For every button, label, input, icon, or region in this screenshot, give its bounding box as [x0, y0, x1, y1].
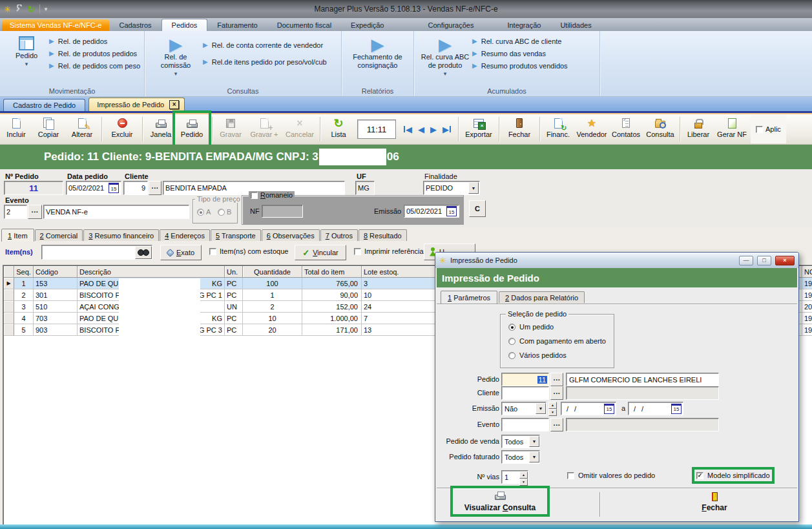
pedido-big-button[interactable]: Pedido ▾ — [4, 34, 49, 86]
prev-record-icon[interactable]: ◀ — [418, 125, 424, 134]
vias-spinner[interactable]: ▲▼ — [519, 472, 528, 483]
evento-lookup-button[interactable]: ··· — [550, 418, 563, 431]
close-icon[interactable]: × — [775, 256, 795, 265]
calendar-icon[interactable]: 15 — [604, 404, 614, 414]
cancelar-button[interactable]: ×Cancelar — [282, 115, 318, 143]
chevron-down-icon[interactable]: ▼ — [468, 182, 479, 194]
aplic-checkbox[interactable] — [756, 126, 763, 133]
imprimir-referencia-checkbox[interactable] — [354, 248, 361, 255]
refresh-icon[interactable]: ↻ — [28, 5, 35, 14]
dialog-title-bar[interactable]: ✳ Impressão de Pedido — □ × — [435, 253, 798, 268]
item-search-input[interactable] — [41, 245, 152, 260]
excluir-button[interactable]: Excluir — [104, 115, 140, 143]
cliente-input[interactable] — [501, 386, 549, 400]
cliente-lookup-button[interactable]: ··· — [149, 181, 161, 195]
link-resumo-das-vendas[interactable]: ▶Resumo das vendas — [472, 50, 568, 57]
tab-sistema-vendas[interactable]: Sistema Vendas NF-e/NFC-e — [2, 19, 109, 31]
subtab-item[interactable]: 1 Item — [1, 229, 34, 242]
last-record-icon[interactable]: ▶ — [442, 125, 451, 134]
tipo-b-radio[interactable]: B — [218, 208, 231, 216]
maximize-icon[interactable]: □ — [757, 256, 771, 265]
exato-button[interactable]: Exato — [160, 245, 202, 260]
tab-cadastro-de-pedido[interactable]: Cadastro de Pedido — [3, 99, 85, 111]
varios-pedidos-radio[interactable]: Vários pedidos — [508, 351, 567, 359]
modelo-simplificado-checkbox[interactable]: ✓ — [696, 472, 703, 479]
exportar-button[interactable]: Exportar — [461, 115, 497, 143]
first-record-icon[interactable]: ◀ — [404, 125, 412, 134]
chevron-down-icon[interactable]: ▼ — [529, 451, 539, 462]
subtab-observacoes[interactable]: 6 Observações — [262, 229, 320, 241]
col-codigo[interactable]: Código — [34, 266, 78, 278]
emissao-spinner[interactable]: ▲▼ — [548, 402, 557, 415]
pedido-lookup-button[interactable]: ··· — [550, 373, 563, 386]
tab-cadastros[interactable]: Cadastros — [109, 19, 161, 31]
emissao-to-date[interactable]: / / 15 — [628, 402, 683, 415]
gravar-button[interactable]: Gravar — [214, 115, 247, 143]
minimize-icon[interactable]: — — [739, 256, 753, 265]
chevron-down-icon[interactable]: ▼ — [529, 436, 539, 447]
link-rel-de-pedidos-com-peso[interactable]: ▶Rel. de pedidos com peso — [49, 62, 140, 70]
tab-impressao-de-pedido[interactable]: Impressão de Pedido × — [88, 98, 185, 111]
link-rel-itens-pedido-peso[interactable]: ▶Rel.de itens pedido por peso/vol/cub — [203, 58, 327, 66]
lista-button[interactable]: ↻Lista — [322, 115, 355, 143]
link-rel-de-pedidos[interactable]: ▶Rel. de pedidos — [49, 37, 140, 45]
subtab-outros[interactable]: 7 Outros — [320, 229, 358, 241]
fechar-button[interactable]: Fechar — [501, 115, 537, 143]
tipo-a-radio[interactable]: A — [197, 208, 211, 216]
janela-button[interactable]: Janela — [145, 115, 177, 143]
tab-faturamento[interactable]: Faturamento — [207, 19, 267, 31]
cliente-lookup-button[interactable]: ··· — [550, 386, 563, 400]
copiar-button[interactable]: Copiar — [32, 115, 65, 143]
item-com-estoque-checkbox[interactable] — [209, 248, 216, 255]
tab-integracao[interactable]: Integração — [497, 19, 550, 31]
financ-button[interactable]: ↻Financ. — [542, 115, 574, 143]
evento-input[interactable] — [501, 418, 549, 431]
subtab-resultado[interactable]: 8 Resultado — [359, 229, 407, 241]
vendedor-button[interactable]: ★Vendedor — [574, 115, 609, 143]
tab-parametros[interactable]: 1 Parâmetros — [441, 291, 497, 304]
link-rel-curva-abc-cliente[interactable]: ▶Rel. curva ABC de cliente — [472, 37, 568, 45]
finalidade-select[interactable]: PEDIDO ▼ — [423, 181, 480, 195]
c-button[interactable]: C — [469, 200, 486, 217]
evento-lookup-button[interactable]: ··· — [28, 205, 42, 219]
emissao-mode-select[interactable]: Não ▼ — [501, 402, 547, 415]
pedido-number-input[interactable]: 11 — [501, 373, 549, 386]
pedido-faturado-select[interactable]: Todos ▼ — [501, 450, 540, 464]
app-asterisk-icon[interactable]: ✳ — [4, 5, 11, 14]
rel-curva-abc-produto-button[interactable]: ▶ Rel. curva ABC de produto ▾ — [418, 34, 472, 86]
binoculars-search-icon[interactable] — [135, 246, 152, 259]
subtab-resumo-financeiro[interactable]: 3 Resumo financeiro — [83, 229, 159, 241]
col-nc[interactable]: NC — [802, 266, 812, 278]
vincular-button[interactable]: ✓ Vincular — [295, 245, 346, 260]
pedido-venda-select[interactable]: Todos ▼ — [501, 435, 540, 448]
tab-documento-fiscal[interactable]: Documento fiscal — [267, 19, 341, 31]
link-rel-de-produtos-pedidos[interactable]: ▶Rel. de produtos pedidos — [49, 50, 140, 57]
incluir-button[interactable]: Incluir — [0, 115, 32, 143]
evento-code-field[interactable]: 2 — [4, 205, 27, 219]
wrench-icon[interactable] — [16, 5, 23, 14]
visualizar-consulta-button[interactable]: Visualizar Consulta — [455, 490, 545, 512]
alterar-button[interactable]: ✎Alterar — [65, 115, 99, 143]
col-total-item[interactable]: Total do item — [302, 266, 362, 278]
tab-expedicao[interactable]: Expedição — [341, 19, 393, 31]
um-pedido-radio[interactable]: Um pedido — [508, 323, 554, 331]
more-commands-icon[interactable]: ▾ — [45, 6, 48, 12]
subtab-transporte[interactable]: 5 Transporte — [211, 229, 261, 241]
next-record-icon[interactable]: ▶ — [430, 125, 437, 134]
fechar-dialog-button[interactable]: Fechar — [689, 490, 740, 512]
rel-comissao-big-button[interactable]: ▶ Rel. de comissão ▾ — [149, 34, 203, 86]
col-seq[interactable]: Seq. — [14, 266, 34, 278]
close-tab-icon[interactable]: × — [169, 100, 179, 109]
gerar-nf-button[interactable]: Gerar NF — [714, 115, 749, 143]
gravar-mais-button[interactable]: +Gravar + — [247, 115, 282, 143]
link-resumo-produtos-vendidos[interactable]: ▶Resumo produtos vendidos — [472, 62, 568, 70]
tab-pedidos[interactable]: Pedidos — [161, 19, 208, 31]
data-pedido-field[interactable]: 05/02/2021 15 — [66, 181, 121, 195]
vias-stepper[interactable]: 1 ▲▼ — [501, 470, 528, 484]
romaneio-checkbox[interactable] — [251, 192, 258, 199]
pedido-print-button[interactable]: Pedido — [177, 115, 207, 143]
cliente-code-field[interactable]: 9 — [123, 181, 148, 195]
omitir-valores-checkbox[interactable] — [567, 472, 574, 479]
emissao-field[interactable]: 05/02/2021 15 — [404, 205, 459, 218]
fechamento-consignacao-button[interactable]: ▶ Fechamento de consignação — [351, 34, 405, 86]
